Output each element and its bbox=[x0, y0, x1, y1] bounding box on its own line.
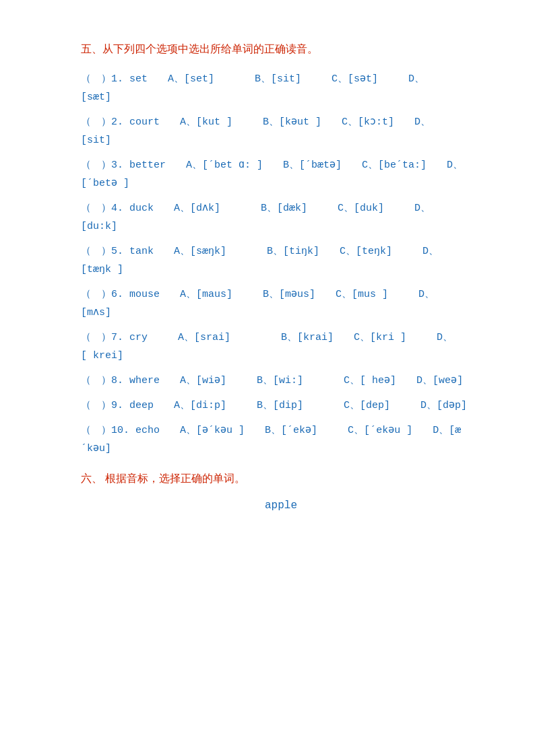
section5-title: 五、从下列四个选项中选出所给单词的正确读音。 bbox=[81, 40, 481, 58]
q9-text: （ ）9. deep A、[di:p] B、[dip] C、[dep] D、[d… bbox=[81, 400, 467, 411]
q7-d: [ krei] bbox=[81, 350, 123, 362]
question-7: （ ）7. cry A、[srai] B、[krai] C、[kri ] D、 … bbox=[81, 329, 481, 365]
q8-text: （ ）8. where A、[wiə] B、[wi:] C、[ heə] D、[… bbox=[81, 375, 463, 386]
question-3: （ ）3. better A、[´bet ɑ: ] B、[´bætə] C、[b… bbox=[81, 156, 481, 193]
question-5: （ ）5. tank A、[sæŋk] B、[tiŋk] C、[teŋk] D、… bbox=[81, 242, 481, 279]
question-6: （ ）6. mouse A、[maus] B、[məus] C、[mus ] D… bbox=[81, 285, 481, 322]
q1-text: （ ）1. set A、[set] B、[sit] C、[sət] D、 bbox=[81, 73, 424, 85]
question-2: （ ）2. court A、[kut ] B、[kəut ] C、[kɔ:t] … bbox=[81, 113, 481, 149]
q4-text: （ ）4. duck A、[dʌk] B、[dæk] C、[duk] D、 bbox=[81, 203, 431, 214]
question-8: （ ）8. where A、[wiə] B、[wi:] C、[ heə] D、[… bbox=[81, 372, 481, 390]
q5-text: （ ）5. tank A、[sæŋk] B、[tiŋk] C、[teŋk] D、 bbox=[81, 246, 439, 257]
question-10: （ ）10. echo A、[ə´kəu ] B、[´ekə] C、[´ekəu… bbox=[81, 421, 481, 458]
q1-d: [sæt] bbox=[81, 92, 111, 103]
q2-d: [sit] bbox=[81, 135, 111, 146]
q6-d: [mʌs] bbox=[81, 307, 111, 318]
q2-text: （ ）2. court A、[kut ] B、[kəut ] C、[kɔ:t] … bbox=[81, 116, 431, 128]
q7-text: （ ）7. cry A、[srai] B、[krai] C、[kri ] D、 bbox=[81, 332, 453, 343]
question-1: （ ）1. set A、[set] B、[sit] C、[sət] D、 [sæ… bbox=[81, 70, 481, 106]
q3-d: [´betə ] bbox=[81, 178, 129, 189]
q10-d: ´kəu] bbox=[81, 443, 111, 454]
q6-text: （ ）6. mouse A、[maus] B、[məus] C、[mus ] D… bbox=[81, 289, 435, 300]
question-9: （ ）9. deep A、[di:p] B、[dip] C、[dep] D、[d… bbox=[81, 397, 481, 415]
page: 五、从下列四个选项中选出所给单词的正确读音。 （ ）1. set A、[set]… bbox=[0, 0, 535, 756]
apple-word: apple bbox=[81, 497, 481, 515]
section6-title: 六、 根据音标，选择正确的单词。 bbox=[81, 470, 481, 487]
q4-d: [du:k] bbox=[81, 221, 117, 232]
q3-text: （ ）3. better A、[´bet ɑ: ] B、[´bætə] C、[b… bbox=[81, 160, 463, 171]
q5-d: [tæŋk ] bbox=[81, 264, 123, 275]
question-4: （ ）4. duck A、[dʌk] B、[dæk] C、[duk] D、 [d… bbox=[81, 199, 481, 236]
q10-text: （ ）10. echo A、[ə´kəu ] B、[´ekə] C、[´ekəu… bbox=[81, 425, 461, 436]
